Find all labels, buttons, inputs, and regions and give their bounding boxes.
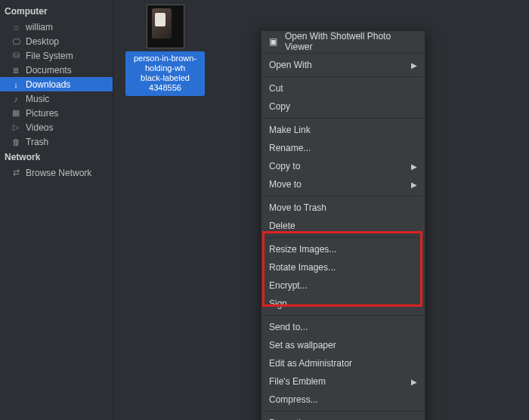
menu-separator (261, 315, 425, 316)
menu-separator (261, 53, 425, 54)
menu-separator (261, 76, 425, 77)
trash-icon: 🗑 (11, 137, 21, 147)
menu-separator (261, 118, 425, 119)
music-icon: ♪ (11, 94, 21, 104)
sidebar-item-label: Music (26, 94, 49, 104)
sidebar-item-label: Pictures (26, 108, 58, 119)
menu-item-label: Cut (269, 83, 283, 94)
menu-item-label: Rename... (269, 143, 311, 153)
context-menu: ▣Open With Shotwell Photo ViewerOpen Wit… (261, 30, 425, 420)
menu-item-label: Send to... (269, 322, 308, 332)
sidebar-item-label: Trash (26, 137, 48, 147)
menu-item-label: File's Emblem (269, 376, 326, 387)
menu-item-label: Rotate Images... (269, 262, 336, 273)
videos-icon: ▷ (11, 122, 21, 133)
file-item[interactable]: person-in-brown- holding-wh black-labele… (125, 5, 205, 96)
menu-item-label: Set as wallpaper (269, 340, 336, 351)
sidebar-group-header: Computer (0, 3, 113, 20)
menu-item-rename[interactable]: Rename... (261, 139, 425, 157)
sidebar-item-file-system[interactable]: ⛁File System (0, 48, 113, 63)
menu-item-label: Copy to (269, 161, 300, 171)
menu-item-properties[interactable]: Properties (261, 414, 425, 420)
menu-item-move-to-trash[interactable]: Move to Trash (261, 199, 425, 217)
submenu-arrow-icon: ▶ (411, 61, 417, 69)
sidebar-item-music[interactable]: ♪Music (0, 91, 113, 106)
documents-icon: 🗎 (11, 65, 21, 76)
file-caption-line: holding-wh (145, 63, 185, 73)
sidebar-group-header: Network (0, 149, 113, 165)
menu-separator (261, 237, 425, 238)
file-thumbnail (147, 5, 184, 48)
sidebar-item-label: Documents (26, 65, 72, 76)
submenu-arrow-icon: ▶ (411, 181, 417, 189)
menu-item-label: Make Link (269, 125, 311, 135)
menu-item-resize-images[interactable]: Resize Images... (261, 240, 425, 258)
sidebar-item-desktop[interactable]: 🖵Desktop (0, 34, 113, 48)
menu-item-copy-to[interactable]: Copy to▶ (261, 157, 425, 175)
menu-item-compress[interactable]: Compress... (261, 391, 425, 409)
menu-item-label: Open With (269, 60, 312, 70)
menu-item-delete[interactable]: Delete (261, 217, 425, 235)
menu-item-make-link[interactable]: Make Link (261, 121, 425, 139)
menu-item-open-with-shotwell-photo-viewer[interactable]: ▣Open With Shotwell Photo Viewer (261, 32, 425, 51)
desktop-icon: 🖵 (11, 36, 21, 47)
file-caption: person-in-brown- holding-wh black-labele… (125, 51, 205, 96)
sidebar-item-pictures[interactable]: ▦Pictures (0, 106, 113, 120)
file-pane[interactable]: person-in-brown- holding-wh black-labele… (113, 0, 529, 420)
home-icon: ⌂ (11, 22, 21, 32)
menu-item-label: Move to Trash (269, 202, 326, 213)
menu-item-copy[interactable]: Copy (261, 97, 425, 116)
sidebar-item-label: Videos (26, 122, 53, 133)
menu-item-send-to[interactable]: Send to... (261, 318, 425, 336)
menu-item-label: Compress... (269, 394, 318, 405)
sidebar: Computer⌂william🖵Desktop⛁File System🗎Doc… (0, 0, 113, 420)
downloads-icon: ↓ (11, 79, 21, 90)
file-manager: Computer⌂william🖵Desktop⛁File System🗎Doc… (0, 0, 529, 420)
sidebar-item-label: Browse Network (26, 168, 91, 178)
sidebar-item-label: Desktop (26, 36, 59, 47)
menu-item-label: Edit as Administrator (269, 358, 352, 369)
network-icon: ⇄ (11, 168, 21, 178)
sidebar-item-downloads[interactable]: ↓Downloads (0, 77, 113, 91)
sidebar-item-browse-network[interactable]: ⇄Browse Network (0, 165, 113, 180)
sidebar-item-label: Downloads (26, 79, 70, 90)
menu-item-rotate-images[interactable]: Rotate Images... (261, 258, 425, 276)
menu-item-set-as-wallpaper[interactable]: Set as wallpaper (261, 336, 425, 354)
file-caption-line: black-labeled (141, 73, 190, 82)
file-caption-line: person-in-brown- (134, 54, 196, 63)
menu-item-cut[interactable]: Cut (261, 79, 425, 97)
file-caption-line: 4348556 (149, 83, 181, 92)
menu-item-label: Resize Images... (269, 244, 336, 255)
sidebar-item-trash[interactable]: 🗑Trash (0, 134, 113, 149)
menu-item-encrypt[interactable]: Encrypt... (261, 276, 425, 295)
pictures-icon: ▦ (11, 108, 21, 119)
menu-separator (261, 411, 425, 412)
sidebar-item-label: william (26, 22, 53, 32)
menu-item-sign[interactable]: Sign (261, 295, 425, 313)
menu-separator (261, 196, 425, 196)
menu-item-label: Sign (269, 298, 287, 309)
sidebar-item-documents[interactable]: 🗎Documents (0, 63, 113, 77)
submenu-arrow-icon: ▶ (411, 162, 417, 171)
menu-item-label: Open With Shotwell Photo Viewer (285, 31, 411, 52)
sidebar-item-videos[interactable]: ▷Videos (0, 120, 113, 134)
menu-item-open-with[interactable]: Open With▶ (261, 56, 425, 74)
sidebar-item-william[interactable]: ⌂william (0, 20, 113, 34)
menu-item-label: Move to (269, 179, 302, 190)
sidebar-item-label: File System (26, 51, 73, 61)
menu-item-edit-as-administrator[interactable]: Edit as Administrator (261, 354, 425, 372)
submenu-arrow-icon: ▶ (411, 378, 417, 386)
menu-item-label: Copy (269, 101, 290, 112)
menu-item-label: Delete (269, 221, 295, 231)
menu-item-label: Encrypt... (269, 280, 308, 291)
menu-item-file-s-emblem[interactable]: File's Emblem▶ (261, 372, 425, 391)
shotwell-icon: ▣ (269, 36, 279, 47)
drive-icon: ⛁ (11, 51, 21, 61)
menu-item-move-to[interactable]: Move to▶ (261, 175, 425, 193)
